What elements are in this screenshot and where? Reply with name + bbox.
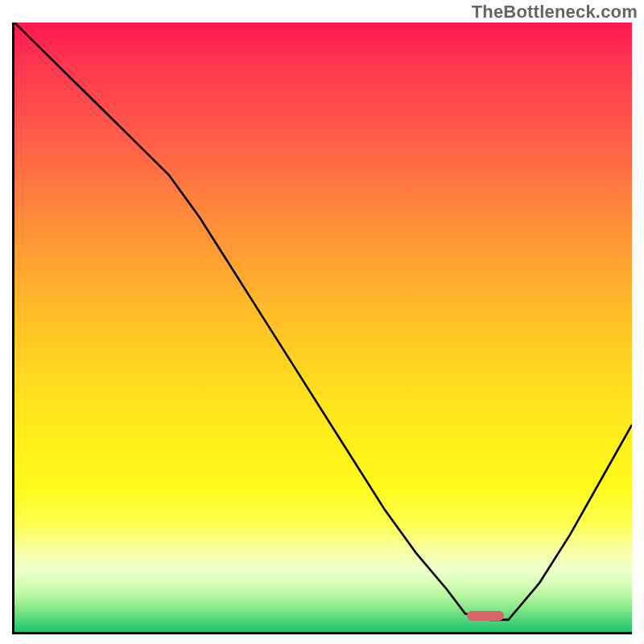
optimum-marker: [467, 611, 504, 621]
plot-area: [12, 23, 632, 634]
chart-container: TheBottleneck.com: [0, 0, 644, 644]
data-curve: [14, 23, 632, 620]
watermark-text: TheBottleneck.com: [472, 2, 638, 23]
curve-svg: [14, 23, 632, 632]
